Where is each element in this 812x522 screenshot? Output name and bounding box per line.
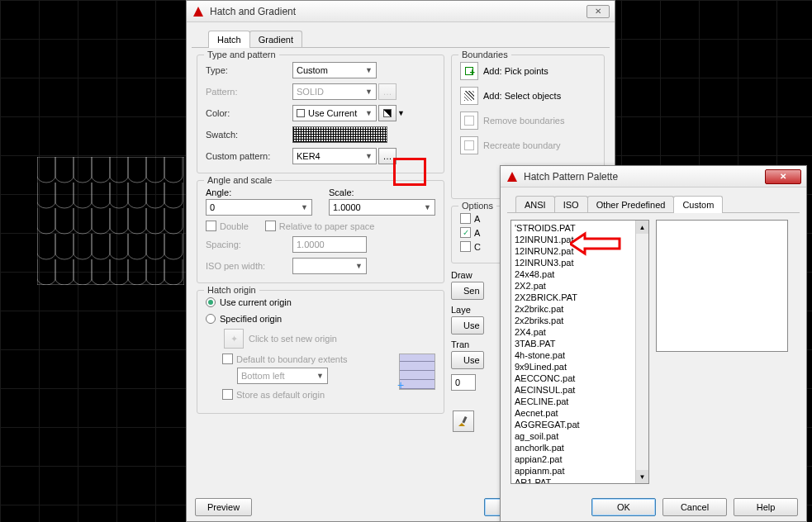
option-label: C <box>474 242 481 252</box>
tab-custom[interactable]: Custom <box>673 196 723 212</box>
tab-iso[interactable]: ISO <box>554 196 588 212</box>
cancel-button[interactable]: Cancel <box>662 498 727 516</box>
set-origin-label: Click to set new origin <box>249 334 337 344</box>
transparency-button[interactable]: Use <box>451 351 484 369</box>
help-button[interactable]: Help <box>734 498 798 516</box>
tab-gradient[interactable]: Gradient <box>249 31 302 47</box>
recreate-boundary-button: Recreate boundary <box>460 136 596 154</box>
list-item[interactable]: anchorlk.pat <box>515 442 634 453</box>
list-item[interactable]: AR1.PAT <box>515 477 634 484</box>
list-item[interactable]: 24x48.pat <box>515 268 634 280</box>
scale-combo[interactable]: 1.0000▼ <box>329 199 435 216</box>
scale-value: 1.0000 <box>333 202 361 212</box>
drawing-hatch-sample <box>37 157 184 285</box>
svg-marker-3 <box>507 172 517 182</box>
default-extents-label: Default to boundary extents <box>236 354 348 364</box>
ok-button[interactable]: OK <box>591 498 656 516</box>
tab-hatch[interactable]: Hatch <box>208 31 250 47</box>
type-combo[interactable]: Custom▼ <box>292 62 377 78</box>
pattern-label: Pattern: <box>206 87 292 97</box>
scrollbar[interactable]: ▲ ▼ <box>635 221 648 483</box>
list-item[interactable]: 9x9Lined.pat <box>515 361 634 373</box>
custom-pattern-combo[interactable]: KER4▼ <box>292 148 377 164</box>
origin-current-label: Use current origin <box>220 297 292 307</box>
layer-button[interactable]: Use <box>451 316 484 335</box>
double-label: Double <box>220 221 249 231</box>
group-title: Options <box>458 201 496 211</box>
color-secondary-button[interactable] <box>378 105 397 121</box>
pick-points-button[interactable]: +Add: Pick points <box>460 62 596 80</box>
scale-label: Scale: <box>329 187 435 197</box>
group-type-pattern: Type and pattern Type: Custom▼ Pattern: … <box>197 55 444 173</box>
tab-ansi[interactable]: ANSI <box>515 196 555 212</box>
type-label: Type: <box>206 65 292 75</box>
list-item[interactable]: 2x2brikc.pat <box>515 303 634 315</box>
list-item[interactable]: 3TAB.PAT <box>515 338 634 349</box>
annotation-arrow <box>570 227 636 260</box>
angle-combo[interactable]: 0▼ <box>206 199 312 216</box>
swatch-preview[interactable] <box>292 126 387 143</box>
main-tabs: Hatch Gradient <box>192 27 610 48</box>
autocad-icon <box>506 170 519 183</box>
set-origin-button: ✦ <box>224 329 244 349</box>
svg-rect-2 <box>462 416 467 424</box>
scroll-up-icon[interactable]: ▲ <box>636 221 648 234</box>
tab-other[interactable]: Other Predefined <box>587 196 675 212</box>
dialog-title: Hatch Pattern Palette <box>524 171 765 183</box>
origin-specified-label: Specified origin <box>220 314 282 324</box>
list-item[interactable]: Aecnet.pat <box>515 407 634 419</box>
svg-marker-4 <box>570 234 620 254</box>
angle-value: 0 <box>210 202 215 212</box>
origin-specified-radio[interactable]: Specified origin <box>206 314 435 324</box>
remove-boundaries-label: Remove boundaries <box>483 116 564 126</box>
palette-footer: OK Cancel Help <box>501 498 806 516</box>
close-icon[interactable]: ✕ <box>586 5 610 18</box>
pattern-preview <box>656 220 788 352</box>
list-item[interactable]: AGGREGAT.pat <box>515 419 634 430</box>
list-item[interactable]: 4h-stone.pat <box>515 349 634 361</box>
list-item[interactable]: appianm.pat <box>515 465 634 477</box>
group-title: Type and pattern <box>204 50 279 59</box>
isopen-combo: ▼ <box>292 258 367 274</box>
color-label: Color: <box>206 108 292 118</box>
group-angle-scale: Angle and scale Angle: 0▼ Scale: 1.0000▼… <box>197 180 444 283</box>
scroll-down-icon[interactable]: ▼ <box>636 470 648 483</box>
custom-pattern-label: Custom pattern: <box>206 151 292 161</box>
list-item[interactable]: 2X2.pat <box>515 280 634 292</box>
list-item[interactable]: ag_soil.pat <box>515 430 634 442</box>
swatch-label: Swatch: <box>206 130 292 140</box>
autocad-icon <box>192 5 205 18</box>
pattern-browse-button: … <box>378 83 397 100</box>
transparency-value-input[interactable] <box>451 374 476 391</box>
list-item[interactable]: 2X2BRICK.PAT <box>515 292 634 303</box>
list-item[interactable]: AECINSUL.pat <box>515 384 634 396</box>
list-item[interactable]: 2x2briks.pat <box>515 315 634 326</box>
extents-value: Bottom left <box>241 371 285 381</box>
pattern-combo: SOLID▼ <box>292 83 377 100</box>
close-icon[interactable]: ✕ <box>765 169 801 184</box>
isopen-label: ISO pen width: <box>206 261 292 271</box>
origin-current-radio[interactable]: Use current origin <box>206 297 435 307</box>
custom-pattern-value: KER4 <box>297 151 321 161</box>
color-combo[interactable]: Use Current▼ <box>292 105 377 121</box>
store-default-label: Store as default origin <box>236 390 325 400</box>
option-label: A <box>474 214 480 224</box>
list-item[interactable]: appian2.pat <box>515 453 634 465</box>
store-default-checkbox: Store as default origin <box>222 389 399 400</box>
inherit-properties-button[interactable] <box>453 410 474 432</box>
preview-button[interactable]: Preview <box>195 498 252 516</box>
select-objects-button[interactable]: Add: Select objects <box>460 87 596 105</box>
spacing-input <box>292 236 367 253</box>
group-title: Boundaries <box>458 50 511 59</box>
default-extents-checkbox: Default to boundary extents <box>222 354 399 364</box>
pattern-value: SOLID <box>297 87 324 97</box>
list-item[interactable]: AECLINE.pat <box>515 396 634 407</box>
titlebar[interactable]: Hatch and Gradient ✕ <box>187 1 615 22</box>
list-item[interactable]: AECCONC.pat <box>515 373 634 384</box>
titlebar[interactable]: Hatch Pattern Palette ✕ <box>501 166 806 187</box>
draw-order-button[interactable]: Sen <box>451 282 484 300</box>
annotation-highlight-browse-real <box>393 158 426 186</box>
list-item[interactable]: 2X4.pat <box>515 326 634 338</box>
svg-marker-1 <box>193 7 203 17</box>
type-value: Custom <box>297 65 328 75</box>
